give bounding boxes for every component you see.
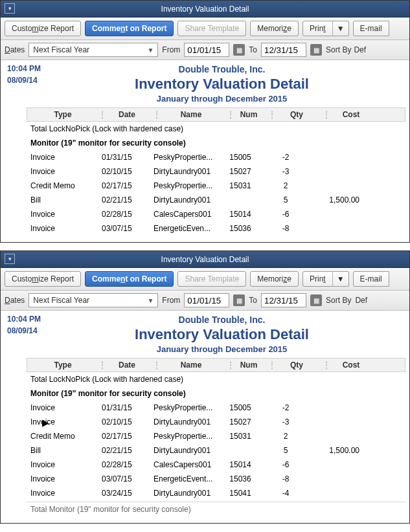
calendar-icon[interactable]: ▦: [233, 44, 245, 56]
col-date[interactable]: Date: [101, 360, 153, 370]
table-row[interactable]: Credit Memo02/17/15PeskyPropertie...1503…: [27, 429, 405, 443]
table-row[interactable]: Bill02/21/15DirtyLaundry00151,500.00: [27, 193, 405, 207]
email-button[interactable]: E-mail: [353, 271, 389, 287]
sortby-value: Def: [355, 296, 367, 305]
window-title: Inventory Valuation Detail: [161, 255, 249, 264]
col-type[interactable]: Type: [27, 110, 98, 119]
dates-range-select[interactable]: Next Fiscal Year ▼: [28, 293, 158, 307]
cell-qty: -6: [260, 460, 312, 469]
cell-num: 15014: [221, 210, 260, 219]
table-row[interactable]: Invoice02/10/15DirtyLaundry00115027-3: [27, 164, 405, 179]
sortby-label: Sort By: [326, 45, 351, 54]
cell-date: 02/17/15: [98, 181, 150, 190]
to-label: To: [249, 45, 257, 54]
share-template-button[interactable]: Share Template: [177, 271, 246, 287]
cell-date: 03/24/15: [98, 489, 150, 498]
col-num[interactable]: Num ↑ ✋ Avg Cost: [229, 360, 268, 370]
print-button[interactable]: Print: [302, 21, 333, 36]
share-template-button[interactable]: Share Template: [177, 21, 246, 36]
grid-header[interactable]: Type⋮ Date⋮ Name⋮ Num ↑ ✋ Avg Cost ⋮ Qty…: [27, 358, 405, 372]
cell-date: 02/10/15: [98, 417, 150, 427]
memorize-button[interactable]: Memorize: [250, 271, 299, 287]
col-qty[interactable]: Qty: [271, 110, 323, 119]
col-type[interactable]: Type: [27, 360, 98, 370]
customize-report-button[interactable]: Customize Report: [5, 271, 81, 287]
group-monitor-header[interactable]: Monitor (19" monitor for security consol…: [27, 386, 405, 401]
table-row[interactable]: Bill02/21/15DirtyLaundry00151,500.00: [27, 443, 405, 458]
titlebar: ▾ Inventory Valuation Detail: [1, 251, 409, 268]
cell-date: 02/10/15: [98, 167, 150, 176]
cell-name: EnergeticEven...: [150, 224, 221, 233]
table-row[interactable]: Invoice03/24/15DirtyLaundry00115041-4: [27, 486, 405, 500]
cell-qty: 5: [260, 446, 312, 455]
table-row[interactable]: Invoice03/07/15EnergeticEvent...15036-8: [27, 472, 405, 486]
cell-type: Invoice: [27, 474, 98, 483]
group-total-lock[interactable]: Total LockNoPick (Lock with hardened cas…: [27, 122, 405, 136]
report-toolbar: Customize Report Comment on Report Share…: [1, 17, 409, 40]
report-period: January through December 2015: [41, 344, 403, 354]
cell-num: 15027: [221, 167, 260, 176]
table-row[interactable]: Credit Memo02/17/15PeskyPropertie...1503…: [27, 179, 405, 193]
group-total-monitor[interactable]: Total Monitor (19" monitor for security …: [27, 502, 405, 516]
report-header: 10:04 PM 08/09/14 Double Trouble, Inc. I…: [1, 311, 409, 354]
cell-num: 15027: [221, 417, 260, 427]
to-label: To: [249, 296, 257, 305]
print-dropdown[interactable]: ▼: [332, 271, 349, 287]
table-row[interactable]: Invoice01/31/15PeskyPropertie...15005-2: [27, 401, 405, 415]
filter-bar: Dates Next Fiscal Year ▼ From ▦ To ▦ Sor…: [1, 291, 409, 311]
calendar-icon[interactable]: ▦: [310, 294, 322, 306]
table-row[interactable]: Invoice03/07/15EnergeticEven...15036-8: [27, 221, 405, 236]
system-menu-icon[interactable]: ▾: [5, 3, 15, 14]
table-row[interactable]: Invoice02/10/15DirtyLaundry00115027-3: [27, 415, 405, 429]
col-num[interactable]: Num ↔: [229, 110, 268, 119]
cell-date: 01/31/15: [98, 153, 150, 162]
cell-type: Credit Memo: [27, 181, 98, 190]
dates-range-select[interactable]: Next Fiscal Year ▼: [28, 43, 158, 57]
column-resize-cursor[interactable]: ↔: [267, 111, 268, 119]
cell-qty: -3: [260, 417, 312, 427]
dates-label: Dates: [5, 296, 25, 305]
sortby-label: Sort By: [326, 296, 351, 305]
table-row[interactable]: Invoice02/28/15CalesCapers00115014-6: [27, 207, 405, 221]
col-cost[interactable]: Cost: [325, 360, 377, 370]
group-total-lock[interactable]: Total LockNoPick (Lock with hardened cas…: [27, 372, 405, 386]
col-date[interactable]: Date: [101, 110, 153, 119]
comment-on-report-button[interactable]: Comment on Report: [85, 271, 174, 287]
cell-qty: 5: [260, 195, 312, 205]
cell-date: 01/31/15: [98, 403, 150, 412]
grid-header[interactable]: Type⋮ Date⋮ Name⋮ Num ↔ ⋮ Qty⋮ Cost: [27, 107, 405, 122]
current-row-marker-icon: ▶: [42, 417, 49, 428]
cell-type: Invoice: [27, 224, 98, 233]
cell-type: Bill: [27, 195, 98, 205]
col-cost[interactable]: Cost: [325, 110, 377, 119]
company-name: Double Trouble, Inc.: [41, 315, 403, 325]
comment-on-report-button[interactable]: Comment on Report: [85, 21, 174, 36]
memorize-button[interactable]: Memorize: [250, 21, 299, 36]
report-grid: Type⋮ Date⋮ Name⋮ Num ↑ ✋ Avg Cost ⋮ Qty…: [27, 358, 405, 516]
from-date-input[interactable]: [184, 43, 229, 57]
calendar-icon[interactable]: ▦: [233, 294, 245, 306]
cell-name: PeskyPropertie...: [150, 432, 221, 441]
cell-qty: -4: [260, 489, 312, 498]
email-button[interactable]: E-mail: [353, 21, 389, 36]
col-name[interactable]: Name: [155, 110, 227, 119]
calendar-icon[interactable]: ▦: [310, 44, 322, 56]
cell-num: 15031: [221, 432, 260, 441]
group-monitor-header[interactable]: Monitor (19" monitor for security consol…: [27, 136, 405, 150]
customize-report-button[interactable]: Customize Report: [5, 21, 81, 36]
table-row[interactable]: Invoice01/31/15PeskyPropertie...15005-2: [27, 150, 405, 164]
to-date-input[interactable]: [261, 293, 306, 307]
cell-date: 03/07/15: [98, 474, 150, 483]
table-row[interactable]: Invoice02/28/15CalesCapers00115014-6: [27, 458, 405, 472]
titlebar: ▾ Inventory Valuation Detail: [1, 1, 409, 17]
col-name[interactable]: Name: [155, 360, 227, 370]
report-time: 10:04 PM: [7, 64, 41, 73]
print-button[interactable]: Print: [302, 271, 333, 287]
to-date-input[interactable]: [261, 43, 306, 57]
system-menu-icon[interactable]: ▾: [5, 254, 15, 264]
col-qty[interactable]: Qty: [271, 360, 323, 370]
print-dropdown[interactable]: ▼: [332, 21, 349, 36]
from-date-input[interactable]: [184, 293, 229, 307]
report-window-top: ▾ Inventory Valuation Detail Customize R…: [0, 0, 410, 243]
cell-qty: -8: [260, 474, 312, 483]
